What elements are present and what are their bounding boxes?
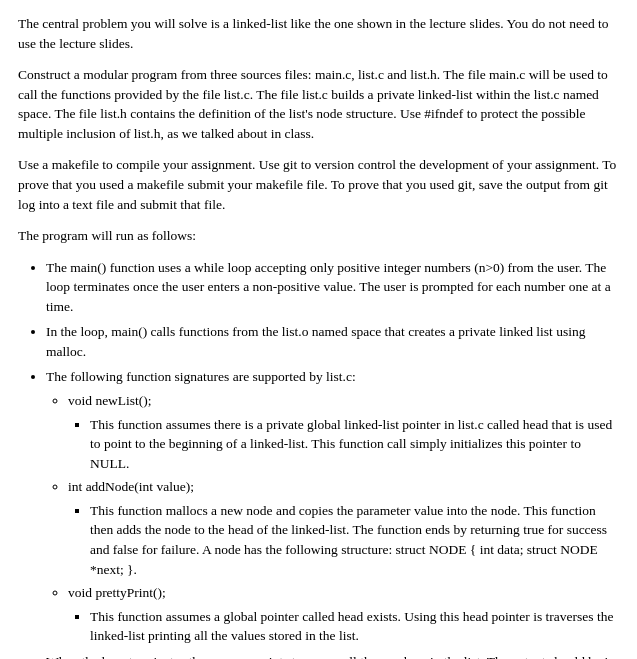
sub-sub-list-2: This function mallocs a new node and cop… (90, 501, 619, 579)
list-item-4: When the loop terminates the program pri… (46, 652, 619, 659)
list-item-3-text: The following function signatures are su… (46, 369, 356, 384)
sub-sub-list-item-1-text: This function assumes there is a private… (90, 417, 612, 471)
paragraph-3: Use a makefile to compile your assignmen… (18, 155, 619, 214)
sub-list-item-1: void newList(); This function assumes th… (68, 391, 619, 473)
paragraph-4: The program will run as follows: (18, 226, 619, 246)
sub-sub-list-item-2-text: This function mallocs a new node and cop… (90, 503, 607, 577)
sub-sub-list-item-1: This function assumes there is a private… (90, 415, 619, 474)
list-item-4-text: When the loop terminates the program pri… (46, 654, 615, 659)
list-item-1-text: The main() function uses a while loop ac… (46, 260, 611, 314)
sub-sub-list-3: This function assumes a global pointer c… (90, 607, 619, 646)
list-item-1: The main() function uses a while loop ac… (46, 258, 619, 317)
sub-sub-list-1: This function assumes there is a private… (90, 415, 619, 474)
sub-sub-list-item-3: This function assumes a global pointer c… (90, 607, 619, 646)
main-bullet-list: The main() function uses a while loop ac… (46, 258, 619, 659)
sub-sub-list-item-3-text: This function assumes a global pointer c… (90, 609, 613, 644)
list-item-2-text: In the loop, main() calls functions from… (46, 324, 585, 359)
sub-list-item-2: int addNode(int value); This function ma… (68, 477, 619, 579)
sub-list-item-3: void prettyPrint(); This function assume… (68, 583, 619, 646)
sub-sub-list-item-2: This function mallocs a new node and cop… (90, 501, 619, 579)
sub-list-item-2-text: int addNode(int value); (68, 479, 194, 494)
paragraph-1: The central problem you will solve is a … (18, 14, 619, 53)
paragraph-2: Construct a modular program from three s… (18, 65, 619, 143)
sub-list-circle: void newList(); This function assumes th… (68, 391, 619, 646)
list-item-3: The following function signatures are su… (46, 367, 619, 645)
sub-list-item-3-text: void prettyPrint(); (68, 585, 166, 600)
list-item-2: In the loop, main() calls functions from… (46, 322, 619, 361)
sub-list-item-1-text: void newList(); (68, 393, 152, 408)
